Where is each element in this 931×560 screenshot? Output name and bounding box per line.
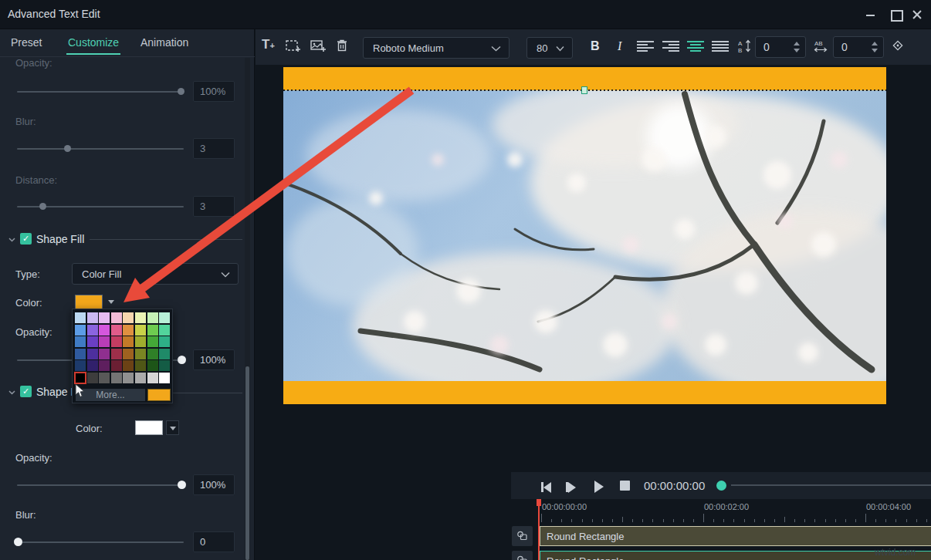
palette-swatch[interactable] [75, 349, 86, 359]
panel-scrollbar-thumb[interactable] [245, 366, 249, 560]
palette-swatch[interactable] [99, 360, 110, 371]
palette-swatch[interactable] [135, 312, 146, 323]
fill-type-select[interactable]: Color Fill [72, 263, 239, 285]
align-left-icon[interactable] [637, 41, 654, 53]
tab-customize[interactable]: Customize [68, 36, 119, 49]
palette-swatch[interactable] [111, 349, 122, 359]
palette-swatch[interactable] [123, 325, 134, 336]
palette-swatch[interactable] [147, 336, 158, 347]
palette-swatch[interactable] [75, 336, 86, 347]
stepper-down-icon[interactable] [872, 49, 878, 52]
shape-fill-collapse-chevron-icon[interactable] [8, 235, 15, 243]
delete-icon[interactable] [335, 38, 349, 56]
tab-preset[interactable]: Preset [11, 36, 42, 49]
palette-swatch[interactable] [123, 336, 134, 347]
align-right-icon[interactable] [662, 41, 679, 53]
shape-border-collapse-chevron-icon[interactable] [8, 388, 15, 396]
palette-swatch[interactable] [159, 373, 170, 383]
fill-opacity-value[interactable]: 100% [193, 349, 235, 370]
add-text-icon[interactable]: T+ [262, 37, 275, 52]
palette-swatch[interactable] [135, 325, 146, 336]
palette-swatch[interactable] [123, 360, 134, 371]
shadow-blur-slider-handle[interactable] [64, 145, 71, 152]
border-blur-slider[interactable] [17, 541, 184, 543]
stop-icon[interactable] [620, 481, 630, 491]
palette-swatch[interactable] [111, 325, 122, 336]
play-icon[interactable] [594, 479, 604, 493]
more-colors-button[interactable]: More... [76, 389, 145, 401]
palette-swatch[interactable] [147, 325, 158, 336]
timeline-clip-selected[interactable]: Round Rectangle [540, 551, 931, 560]
border-color-swatch[interactable] [135, 420, 163, 435]
align-justify-icon[interactable] [712, 41, 729, 53]
shadow-opacity-slider[interactable] [17, 91, 184, 93]
border-color-dropdown-icon[interactable] [166, 420, 179, 435]
letter-spacing-stepper[interactable]: 0 [833, 36, 884, 58]
video-preview[interactable] [283, 67, 886, 404]
palette-swatch[interactable] [99, 336, 110, 347]
palette-swatch[interactable] [99, 349, 110, 359]
border-opacity-slider[interactable] [17, 484, 184, 486]
bold-button[interactable]: B [591, 39, 600, 53]
italic-button[interactable]: I [618, 39, 621, 53]
stepper-up-icon[interactable] [794, 42, 800, 46]
palette-swatch[interactable] [159, 325, 170, 336]
palette-swatch[interactable] [99, 325, 110, 336]
shape-bar-bottom[interactable] [283, 381, 886, 404]
palette-swatch[interactable] [87, 312, 98, 323]
palette-swatch[interactable] [75, 325, 86, 336]
seek-track[interactable] [731, 484, 931, 486]
playhead-marker[interactable] [537, 499, 541, 506]
shadow-blur-value[interactable]: 3 [193, 138, 235, 159]
border-opacity-slider-handle[interactable] [178, 481, 186, 489]
fill-color-swatch[interactable] [75, 295, 103, 309]
shadow-distance-slider-handle[interactable] [39, 203, 46, 210]
stepper-down-icon[interactable] [794, 49, 800, 52]
palette-swatch[interactable] [87, 325, 98, 336]
minimize-icon[interactable] [864, 8, 878, 22]
line-spacing-stepper[interactable]: 0 [755, 36, 806, 58]
palette-swatch[interactable] [87, 373, 98, 383]
palette-swatch[interactable] [147, 349, 158, 359]
palette-swatch[interactable] [123, 349, 134, 359]
close-icon[interactable] [910, 8, 924, 22]
fill-opacity-slider-handle[interactable] [178, 356, 186, 364]
shape-fill-checkbox[interactable]: ✓ [20, 233, 32, 245]
tab-animation[interactable]: Animation [140, 36, 188, 49]
previous-frame-icon[interactable] [541, 480, 551, 494]
palette-swatch[interactable] [135, 349, 146, 359]
palette-swatch[interactable] [75, 312, 86, 323]
next-frame-icon[interactable] [566, 480, 576, 494]
keyframe-diamond-icon[interactable] [892, 39, 904, 55]
palette-swatch[interactable] [111, 312, 122, 323]
font-size-select[interactable]: 80 [526, 37, 573, 59]
palette-swatch[interactable] [111, 360, 122, 371]
palette-swatch[interactable] [87, 360, 98, 371]
align-center-icon[interactable] [687, 41, 704, 53]
palette-swatch[interactable] [135, 360, 146, 371]
stepper-up-icon[interactable] [872, 42, 878, 46]
palette-swatch[interactable] [99, 312, 110, 323]
playhead[interactable] [538, 499, 540, 560]
palette-swatch[interactable] [147, 373, 158, 383]
palette-swatch[interactable] [123, 312, 134, 323]
seek-playhead-dot[interactable] [716, 481, 726, 491]
border-blur-slider-handle[interactable] [14, 538, 22, 546]
shadow-opacity-value[interactable]: 100% [193, 81, 235, 102]
letter-spacing-icon[interactable]: AB [814, 39, 829, 57]
fill-color-dropdown-icon[interactable] [108, 300, 114, 304]
palette-swatch[interactable] [135, 336, 146, 347]
ruler-ticks[interactable] [541, 512, 931, 522]
palette-swatch[interactable] [87, 336, 98, 347]
shadow-blur-slider[interactable] [17, 148, 184, 150]
palette-swatch[interactable] [159, 349, 170, 359]
timeline-clip[interactable]: Round Rectangle [540, 526, 931, 546]
palette-swatch[interactable] [75, 373, 86, 383]
palette-swatch[interactable] [87, 349, 98, 359]
font-family-select[interactable]: Roboto Medium [363, 37, 510, 59]
palette-swatch[interactable] [147, 360, 158, 371]
palette-swatch[interactable] [147, 312, 158, 323]
palette-swatch[interactable] [111, 373, 122, 383]
line-spacing-icon[interactable]: AB [738, 39, 752, 57]
maximize-icon[interactable] [889, 8, 902, 22]
